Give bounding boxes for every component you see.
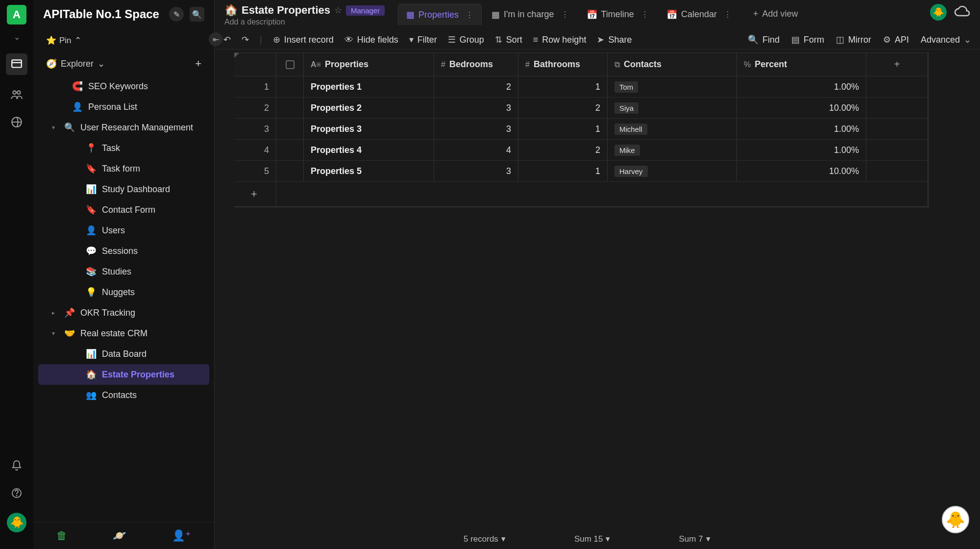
sidebar-item[interactable]: 🏠Estate Properties bbox=[38, 364, 209, 385]
sum-bathrooms[interactable]: Sum 7▾ bbox=[679, 534, 710, 544]
api-button[interactable]: ⚙API bbox=[883, 34, 909, 45]
cell-percent[interactable]: 1.00% bbox=[737, 76, 866, 97]
cell-bathrooms[interactable]: 1 bbox=[518, 119, 608, 139]
cell-percent[interactable]: 10.00% bbox=[737, 161, 866, 181]
sidebar-item[interactable]: 📍Task bbox=[38, 138, 209, 158]
cell-bathrooms[interactable]: 1 bbox=[518, 76, 608, 97]
view-more-icon[interactable]: ⋮ bbox=[561, 10, 569, 19]
nav-contacts-icon[interactable] bbox=[9, 87, 24, 102]
template-icon[interactable]: 🪐 bbox=[113, 529, 126, 542]
sidebar-item[interactable]: 💡Nuggets bbox=[38, 282, 209, 302]
cell-bathrooms[interactable]: 2 bbox=[518, 140, 608, 160]
sidebar-item[interactable]: ▾🔍User Research Management bbox=[38, 117, 209, 138]
header-percent[interactable]: %Percent bbox=[737, 53, 866, 76]
doc-description[interactable]: Add a description bbox=[224, 18, 391, 26]
contact-chip[interactable]: Tom bbox=[614, 81, 638, 93]
cell-bedrooms[interactable]: 3 bbox=[434, 119, 518, 139]
pin-section[interactable]: ⭐ Pin ⌃ bbox=[33, 30, 214, 50]
sidebar-item[interactable]: 🔖Contact Form bbox=[38, 200, 209, 220]
contact-chip[interactable]: Michell bbox=[614, 124, 647, 135]
mirror-button[interactable]: ◫Mirror bbox=[836, 34, 871, 45]
table-row[interactable]: 1Properties 121Tom1.00% bbox=[234, 76, 928, 98]
table-row[interactable]: 4Properties 442Mike1.00% bbox=[234, 140, 928, 161]
row-checkbox[interactable] bbox=[276, 140, 304, 160]
contact-chip[interactable]: Harvey bbox=[614, 166, 648, 177]
form-button[interactable]: ▤Form bbox=[791, 34, 824, 45]
nav-discover-icon[interactable] bbox=[9, 114, 24, 130]
cell-bedrooms[interactable]: 4 bbox=[434, 140, 518, 160]
cell-contacts[interactable]: Siya bbox=[608, 98, 737, 118]
sidebar-item[interactable]: 📊Study Dashboard bbox=[38, 179, 209, 200]
workspace-switcher-chevron[interactable]: ⌄ bbox=[14, 32, 20, 42]
row-checkbox[interactable] bbox=[276, 76, 304, 97]
invite-icon[interactable]: 👤⁺ bbox=[172, 529, 191, 542]
cell-contacts[interactable]: Harvey bbox=[608, 161, 737, 181]
user-avatar[interactable]: 🐥 bbox=[7, 513, 26, 532]
favorite-star-icon[interactable]: ☆ bbox=[334, 5, 342, 16]
add-view-button[interactable]: + Add view bbox=[746, 4, 805, 24]
filter-button[interactable]: ▾Filter bbox=[409, 34, 437, 45]
nav-help-icon[interactable] bbox=[9, 485, 24, 501]
cell-properties[interactable]: Properties 3 bbox=[304, 119, 434, 139]
expand-handle-icon[interactable] bbox=[234, 53, 239, 58]
cell-percent[interactable]: 10.00% bbox=[737, 98, 866, 118]
trash-icon[interactable]: 🗑 bbox=[56, 529, 67, 542]
share-button[interactable]: ➤Share bbox=[597, 34, 632, 45]
cell-bedrooms[interactable]: 3 bbox=[434, 98, 518, 118]
insert-record-button[interactable]: ⊕Insert record bbox=[273, 34, 334, 45]
row-height-button[interactable]: ≡Row height bbox=[533, 35, 587, 45]
view-more-icon[interactable]: ⋮ bbox=[724, 10, 732, 19]
sort-button[interactable]: ⇅Sort bbox=[495, 34, 522, 45]
header-checkbox[interactable] bbox=[276, 53, 304, 76]
view-more-icon[interactable]: ⋮ bbox=[641, 10, 649, 19]
header-contacts[interactable]: ⧉Contacts bbox=[608, 53, 737, 76]
sidebar-item[interactable]: ▾🤝Real estate CRM bbox=[38, 323, 209, 344]
view-tab[interactable]: ▦Properties⋮ bbox=[398, 4, 482, 25]
assistant-float-button[interactable]: 🐥 bbox=[942, 506, 969, 533]
redo-button[interactable]: ↷ bbox=[242, 34, 249, 45]
sum-bedrooms[interactable]: Sum 15▾ bbox=[574, 534, 611, 544]
cell-bathrooms[interactable]: 1 bbox=[518, 161, 608, 181]
view-tab[interactable]: 📅Calendar⋮ bbox=[659, 4, 739, 25]
search-icon[interactable]: 🔍 bbox=[190, 7, 204, 22]
view-tab[interactable]: 📅Timeline⋮ bbox=[579, 4, 657, 25]
cell-properties[interactable]: Properties 5 bbox=[304, 161, 434, 181]
cell-contacts[interactable]: Tom bbox=[608, 76, 737, 97]
undo-button[interactable]: ↶ bbox=[223, 34, 231, 45]
table-row[interactable]: 2Properties 232Siya10.00% bbox=[234, 98, 928, 119]
sidebar-item[interactable]: 👥Contacts bbox=[38, 385, 209, 405]
header-bathrooms[interactable]: #Bathrooms bbox=[518, 53, 608, 76]
sidebar-item[interactable]: 👤Users bbox=[38, 220, 209, 241]
add-row[interactable]: + bbox=[234, 182, 928, 207]
cell-contacts[interactable]: Mike bbox=[608, 140, 737, 160]
workspace-badge[interactable]: A bbox=[7, 5, 26, 25]
sync-icon[interactable] bbox=[954, 6, 970, 19]
sidebar-item[interactable]: 💬Sessions bbox=[38, 241, 209, 261]
sidebar-item[interactable]: 📚Studies bbox=[38, 261, 209, 282]
cell-bathrooms[interactable]: 2 bbox=[518, 98, 608, 118]
table-row[interactable]: 3Properties 331Michell1.00% bbox=[234, 119, 928, 140]
add-column-button[interactable]: + bbox=[866, 53, 928, 76]
contact-chip[interactable]: Mike bbox=[614, 145, 640, 156]
cell-contacts[interactable]: Michell bbox=[608, 119, 737, 139]
explorer-section[interactable]: 🧭 Explorer ⌄ + bbox=[33, 50, 214, 75]
row-checkbox[interactable] bbox=[276, 161, 304, 181]
cell-bedrooms[interactable]: 2 bbox=[434, 76, 518, 97]
cell-percent[interactable]: 1.00% bbox=[737, 140, 866, 160]
cell-properties[interactable]: Properties 1 bbox=[304, 76, 434, 97]
cell-bedrooms[interactable]: 3 bbox=[434, 161, 518, 181]
view-tab[interactable]: ▦I'm in charge⋮ bbox=[484, 4, 576, 25]
add-node-button[interactable]: + bbox=[195, 57, 201, 70]
sidebar-item[interactable]: 🔖Task form bbox=[38, 158, 209, 179]
doc-title[interactable]: Estate Properties bbox=[242, 4, 330, 17]
hide-fields-button[interactable]: 👁Hide fields bbox=[344, 35, 398, 45]
cell-properties[interactable]: Properties 4 bbox=[304, 140, 434, 160]
cell-percent[interactable]: 1.00% bbox=[737, 119, 866, 139]
nav-notifications-icon[interactable] bbox=[9, 458, 24, 474]
view-more-icon[interactable]: ⋮ bbox=[466, 10, 473, 20]
table-row[interactable]: 5Properties 531Harvey10.00% bbox=[234, 161, 928, 182]
row-checkbox[interactable] bbox=[276, 98, 304, 118]
edit-icon[interactable]: ✎ bbox=[169, 7, 184, 22]
sidebar-item[interactable]: 📊Data Board bbox=[38, 344, 209, 364]
sidebar-item[interactable]: 👤Persona List bbox=[38, 97, 209, 117]
